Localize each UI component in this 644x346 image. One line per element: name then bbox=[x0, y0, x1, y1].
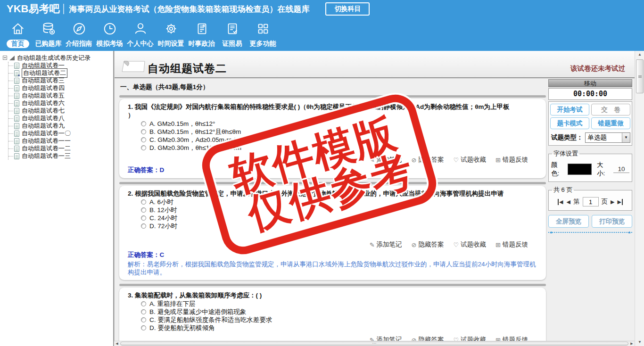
option-d[interactable]: D. 72小时 bbox=[128, 222, 539, 230]
last-page-icon[interactable]: ▶ bbox=[617, 199, 622, 205]
toolbar-item-certificate[interactable]: 证照易 bbox=[217, 21, 248, 48]
tree-item-paper-10[interactable]: 自动组题试卷一〇 bbox=[8, 130, 113, 137]
toolbar-item-more[interactable]: 更多功能 bbox=[248, 21, 278, 48]
scroll-right-icon[interactable]: ▶ bbox=[629, 341, 635, 346]
first-page-icon[interactable]: ◀ bbox=[558, 199, 563, 205]
next-page-icon[interactable]: ▶ bbox=[611, 199, 614, 205]
exam-control-panel: 移动 00:00:00 开始考试 交 卷 题卡模式 错题重做 试题类型： 单选题… bbox=[548, 79, 632, 233]
radio-button[interactable] bbox=[141, 199, 146, 205]
radio-button[interactable] bbox=[141, 121, 146, 126]
chevron-down-icon[interactable]: ▼ bbox=[622, 133, 630, 142]
question-text: 根据我国船载危险货物监管规定，申请从事港口水域外海上危险货物单航次过驳作业的，申… bbox=[135, 190, 504, 197]
tree-item-paper-5[interactable]: 自动组题试卷五 bbox=[8, 92, 113, 99]
tree-item-paper-3[interactable]: 自动组题试卷三 bbox=[8, 77, 113, 84]
add-note-link[interactable]: ✎添加笔记 bbox=[370, 156, 402, 164]
root-node-icon bbox=[9, 56, 15, 60]
paper-title: 自动组题试卷二 bbox=[148, 61, 227, 76]
option-c[interactable]: C. 24小时 bbox=[128, 214, 539, 222]
hide-answer-link[interactable]: ⊘隐藏答案 bbox=[412, 240, 444, 249]
feedback-link[interactable]: ⊞错题反馈 bbox=[495, 240, 528, 249]
hide-answer-link[interactable]: ⊘隐藏答案 bbox=[412, 156, 444, 164]
tree-item-paper-6[interactable]: 自动组题试卷六 bbox=[8, 99, 113, 107]
toolbar-item-time-settings[interactable]: 时间设置 bbox=[156, 21, 186, 48]
tree-item-paper-11[interactable]: 自动组题试卷一一 bbox=[8, 137, 113, 145]
toolbar-label: 个人中心 bbox=[127, 40, 154, 48]
question-type-select[interactable]: 单选题 ▼ bbox=[585, 132, 631, 143]
eye-off-icon: ⊘ bbox=[412, 157, 417, 164]
switch-subject-button[interactable]: 切换科目 bbox=[325, 2, 370, 16]
analysis-text: 解析：易老师分析，根据我国船载危险货物监管规定，申请从事港口水域外海上危险货物单… bbox=[128, 260, 539, 276]
print-preview-button[interactable]: 打印预览 bbox=[592, 215, 632, 228]
fullscreen-preview-button[interactable]: 全屏预览 bbox=[548, 215, 589, 228]
tree-root-node[interactable]: 自动组题生成试卷历史记录 bbox=[3, 54, 113, 62]
card-divider bbox=[119, 182, 546, 184]
radio-button[interactable] bbox=[141, 137, 146, 142]
tree-item-paper-2[interactable]: 自动组题试卷二 bbox=[8, 69, 113, 77]
document-icon bbox=[14, 108, 19, 114]
radio-button[interactable] bbox=[141, 317, 146, 322]
font-color-swatch[interactable] bbox=[568, 164, 592, 175]
toolbar-item-guide[interactable]: 介绍指南 bbox=[64, 21, 94, 48]
document-icon bbox=[14, 123, 19, 129]
radio-button[interactable] bbox=[141, 223, 146, 229]
tree-item-paper-8[interactable]: 自动组题试卷八 bbox=[8, 115, 113, 122]
collapse-icon[interactable] bbox=[3, 56, 7, 60]
toolbar-label: 首页 bbox=[7, 40, 29, 48]
collapse-up-icon[interactable]: ▲ bbox=[549, 230, 553, 234]
favorite-link[interactable]: ♡试题收藏 bbox=[453, 156, 486, 164]
collapse-up-icon[interactable]: ▲ bbox=[627, 230, 631, 234]
radio-button[interactable] bbox=[141, 207, 146, 213]
horizontal-scrollbar[interactable]: ◀ ⋯ ▶ bbox=[114, 341, 635, 346]
feedback-link[interactable]: ⊞错题反馈 bbox=[495, 156, 528, 164]
option-b[interactable]: B. 12小时 bbox=[128, 206, 539, 214]
option-d[interactable]: D. 要使船舶无初横倾角 bbox=[128, 324, 539, 332]
paper-header: 自动组题试卷二 该试卷还未考试过 bbox=[115, 51, 635, 78]
scrollbar-thumb[interactable] bbox=[636, 59, 644, 93]
option-b[interactable]: B. GM≥0.15m，θh≤12°且θh≤θm bbox=[128, 128, 539, 136]
add-note-link[interactable]: ✎添加笔记 bbox=[370, 240, 402, 249]
font-size-input[interactable] bbox=[613, 165, 629, 173]
card-mode-button[interactable]: 题卡模式 bbox=[550, 117, 589, 129]
panel-collapse-divider[interactable]: ▲ ▲ bbox=[548, 232, 632, 233]
option-c[interactable]: C. GM≥0.30m，Ad≥0.05m·rad bbox=[128, 136, 539, 144]
radio-button[interactable] bbox=[141, 215, 146, 221]
toolbar-item-purchased[interactable]: 已购题库 bbox=[33, 21, 64, 48]
toolbar-item-profile[interactable]: 个人中心 bbox=[125, 21, 156, 48]
submit-paper-button[interactable]: 交 卷 bbox=[591, 104, 630, 115]
tree-item-paper-9[interactable]: 自动组题试卷九 bbox=[8, 122, 113, 130]
question-text-continued: ） bbox=[128, 111, 539, 120]
scroll-up-icon[interactable]: ▲ bbox=[636, 51, 644, 58]
scrollbar-thumb[interactable]: ⋯ bbox=[120, 342, 628, 346]
vertical-scrollbar[interactable]: ▲ ▼ bbox=[635, 51, 644, 346]
question-number: 3. bbox=[128, 292, 133, 299]
tree-item-paper-7[interactable]: 自动组题试卷七 bbox=[8, 107, 113, 115]
scroll-left-icon[interactable]: ◀ bbox=[114, 341, 120, 346]
toolbar-item-home[interactable]: 首页 bbox=[2, 21, 33, 48]
radio-button[interactable] bbox=[141, 325, 146, 330]
option-c[interactable]: C. 要满足船舶纵强度条件和适当吃水差要求 bbox=[128, 316, 539, 324]
panel-drag-handle[interactable]: 移动 bbox=[548, 79, 632, 87]
radio-button[interactable] bbox=[141, 129, 146, 134]
radio-button[interactable] bbox=[141, 309, 146, 314]
option-d[interactable]: D. GM≥0.30m，θh≤12°且θh≤θm bbox=[128, 144, 539, 152]
page-count-legend: 共 6 页 bbox=[552, 186, 574, 194]
tree-item-paper-12[interactable]: 自动组题试卷一二 bbox=[8, 145, 113, 152]
option-b[interactable]: B. 避免或尽量减少中途港倒箱现象 bbox=[128, 308, 539, 316]
scroll-down-icon[interactable]: ▼ bbox=[636, 338, 644, 346]
toolbar-item-politics[interactable]: 时事政治 bbox=[186, 21, 217, 48]
radio-button[interactable] bbox=[141, 301, 146, 306]
redo-wrong-button[interactable]: 错题重做 bbox=[591, 117, 630, 129]
radio-button[interactable] bbox=[141, 145, 146, 150]
option-a[interactable]: A. 重箱排在下层 bbox=[128, 300, 539, 308]
toolbar-item-mock-exam[interactable]: 模拟考场 bbox=[94, 21, 125, 48]
favorite-link[interactable]: ♡试题收藏 bbox=[453, 240, 486, 249]
start-exam-button[interactable]: 开始考试 bbox=[550, 104, 589, 115]
prev-page-icon[interactable]: ◀ bbox=[567, 199, 570, 205]
tree-item-paper-4[interactable]: 自动组题试卷四 bbox=[8, 84, 113, 92]
page-number-input[interactable] bbox=[583, 197, 599, 206]
pagination-group: 共 6 页 ◀ ◀ 第 页 ▶ ▶ bbox=[548, 186, 632, 211]
tree-item-paper-13[interactable]: 自动组题试卷一三 bbox=[8, 152, 113, 160]
option-a[interactable]: A. 6小时 bbox=[128, 198, 539, 206]
option-a[interactable]: A. GM≥0.15m，θh≤12° bbox=[128, 120, 539, 128]
toolbar-label: 证照易 bbox=[223, 40, 242, 48]
